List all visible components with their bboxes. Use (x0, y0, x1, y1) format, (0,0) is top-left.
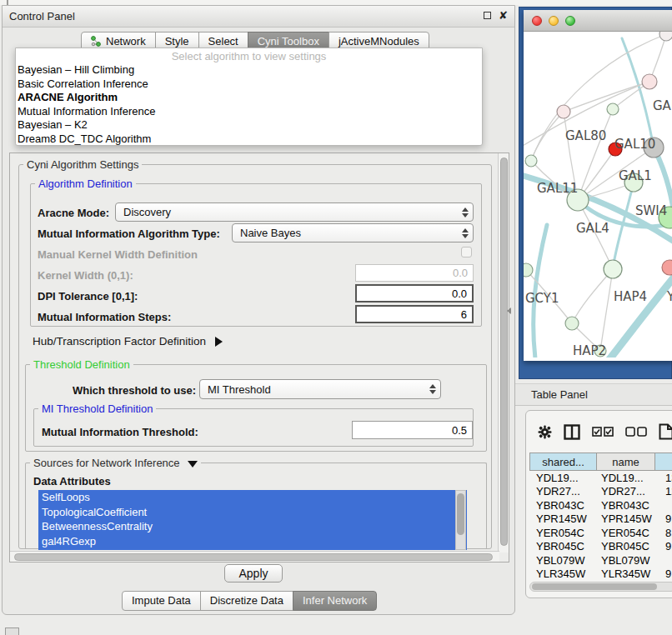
manual-kernel-label: Manual Kernel Width Definition (38, 248, 198, 261)
network-node[interactable] (557, 105, 570, 118)
tab-impute-data[interactable]: Impute Data (122, 591, 201, 611)
algorithm-option[interactable]: Basic Correlation Inference (16, 78, 482, 92)
node-label: Y (666, 289, 672, 304)
control-panel-window: Control Panel ✘ Network Style Select Cyn… (2, 5, 515, 615)
mi-type-combobox[interactable]: Naive Bayes (232, 223, 474, 242)
table-row[interactable]: YBR045CYBR045C9. (529, 540, 672, 554)
data-attribute-item[interactable]: SelfLoops (38, 490, 467, 505)
split-columns-icon[interactable] (564, 424, 580, 440)
combo-stepper-icon (462, 228, 469, 238)
table-row[interactable]: YDL19...YDL19...13 (529, 471, 672, 485)
select-none-unchecked-icon[interactable] (625, 427, 647, 437)
algorithm-option[interactable]: Bayesian – Hill Climbing (16, 63, 482, 78)
mi-steps-label: Mutual Information Steps: (38, 311, 171, 323)
network-edge[interactable] (578, 109, 613, 200)
algorithm-option[interactable]: Mutual Information Inference (16, 105, 482, 119)
control-panel-titlebar: Control Panel ✘ (3, 6, 514, 28)
network-node[interactable] (565, 317, 579, 330)
network-edge[interactable] (572, 269, 613, 323)
combo-stepper-icon (462, 208, 469, 218)
sources-group-title[interactable]: Sources for Network Inference (30, 457, 201, 469)
select-all-checked-icon[interactable] (592, 427, 614, 437)
kernel-width-input[interactable]: 0.0 (355, 264, 474, 282)
table-row[interactable]: YBR043CYBR043C (529, 498, 672, 512)
apply-button[interactable]: Apply (224, 564, 283, 582)
algorithm-dropdown-placeholder: Select algorithm to view settings (16, 50, 482, 63)
gear-icon[interactable] (538, 425, 552, 439)
algorithm-option[interactable]: Bayesian – K2 (16, 118, 482, 132)
float-panel-icon[interactable] (484, 12, 491, 19)
aracne-mode-combobox[interactable]: Discovery (115, 202, 474, 222)
table-panel-card: shared... name A YDL19...YDL19...13YDR27… (525, 410, 672, 598)
network-node[interactable] (607, 103, 619, 115)
network-node[interactable] (642, 74, 657, 89)
data-attribute-item[interactable]: BetweennessCentrality (38, 519, 467, 534)
node-label: HAP2 (573, 343, 606, 358)
network-node[interactable] (604, 260, 622, 278)
dpi-tolerance-label: DPI Tolerance [0,1]: (38, 290, 138, 302)
table-row[interactable]: YPR145WYPR145W9. (529, 512, 672, 527)
node-table[interactable]: shared... name A YDL19...YDL19...13YDR27… (529, 452, 672, 595)
network-icon (91, 36, 102, 47)
column-header-shared-name[interactable]: shared... (530, 453, 597, 470)
aracne-mode-label: Aracne Mode: (38, 207, 109, 219)
attributes-list-scrollbar[interactable] (455, 490, 466, 550)
column-header-name[interactable]: name (597, 453, 655, 470)
settings-scroll-area: Cyni Algorithm Settings Algorithm Defini… (9, 152, 509, 562)
network-node[interactable] (662, 260, 672, 275)
network-node[interactable] (524, 263, 533, 277)
node-label: SWI4 (635, 203, 667, 218)
network-node[interactable] (659, 32, 672, 41)
settings-horizontal-scrollbar[interactable] (10, 551, 499, 562)
data-attributes-list[interactable]: SelfLoopsTopologicalCoefficientBetweenne… (38, 490, 467, 550)
collapse-arrow-icon (188, 461, 198, 468)
table-row[interactable]: YDR27...YDR27...12 (529, 485, 672, 499)
column-header-third[interactable]: A (655, 453, 672, 470)
collapsed-panel-fragment[interactable] (5, 628, 19, 635)
table-row[interactable]: YLR345WYLR345W9. (529, 568, 672, 582)
kernel-width-label: Kernel Width (0,1): (38, 269, 133, 282)
table-header-row[interactable]: shared... name A (529, 452, 672, 471)
table-row[interactable]: YER054CYER054C8. (529, 526, 672, 540)
table-horizontal-scrollbar[interactable] (529, 582, 672, 592)
minimize-window-icon[interactable] (549, 16, 559, 26)
combo-stepper-icon (429, 384, 436, 394)
table-row[interactable]: YBL079WYBL079W (529, 553, 672, 568)
mi-threshold-definition-title: MI Threshold Definition (38, 402, 156, 415)
tab-discretize-data[interactable]: Discretize Data (200, 591, 293, 611)
hub-section-toggle[interactable]: Hub/Transcription Factor Definition (33, 335, 223, 348)
table-toolbar (526, 418, 672, 446)
dpi-tolerance-input[interactable]: 0.0 (355, 284, 474, 302)
tab-infer-network[interactable]: Infer Network (293, 591, 377, 611)
panel-splitter-arrow-icon[interactable] (507, 308, 511, 314)
node-label: GAL80 (565, 128, 606, 143)
network-view-window: GALGAL80GAL10GAL1GAL11SWI4GAL4GCY1HAP4YH… (519, 7, 672, 379)
network-canvas[interactable]: GALGAL80GAL10GAL1GAL11SWI4GAL4GCY1HAP4YH… (524, 32, 672, 361)
data-attribute-item[interactable]: TopologicalCoefficient (38, 505, 467, 520)
close-panel-icon[interactable]: ✘ (499, 11, 508, 20)
network-edge[interactable] (531, 112, 564, 161)
close-window-icon[interactable] (532, 16, 542, 26)
node-label: HAP4 (614, 289, 647, 304)
mi-type-label: Mutual Information Algorithm Type: (38, 228, 220, 240)
which-threshold-combobox[interactable]: MI Threshold (199, 379, 441, 399)
network-edge[interactable] (607, 268, 672, 358)
algorithm-option[interactable]: ARACNE Algorithm (16, 91, 482, 105)
manual-kernel-checkbox[interactable] (461, 247, 472, 258)
data-attribute-item[interactable]: gal4RGexp (38, 534, 467, 549)
document-icon[interactable] (659, 423, 672, 440)
network-node[interactable] (525, 155, 537, 167)
control-panel-title: Control Panel (9, 10, 75, 22)
network-window-titlebar[interactable] (524, 10, 672, 32)
which-threshold-label: Which threshold to use: (73, 384, 196, 397)
zoom-window-icon[interactable] (565, 16, 575, 26)
mi-steps-input[interactable]: 6 (355, 305, 474, 323)
mi-threshold-input[interactable]: 0.5 (352, 421, 473, 439)
mi-threshold-label: Mutual Information Threshold: (42, 426, 198, 438)
node-label: GAL4 (576, 221, 609, 236)
algorithm-option[interactable]: Dream8 DC_TDC Algorithm (16, 132, 482, 147)
algorithm-dropdown-list: Bayesian – Hill ClimbingBasic Correlatio… (16, 63, 482, 146)
network-edge[interactable] (622, 38, 654, 148)
algorithm-dropdown-popup: Select algorithm to view settings Bayesi… (15, 48, 483, 146)
settings-vertical-scrollbar[interactable] (498, 153, 509, 552)
